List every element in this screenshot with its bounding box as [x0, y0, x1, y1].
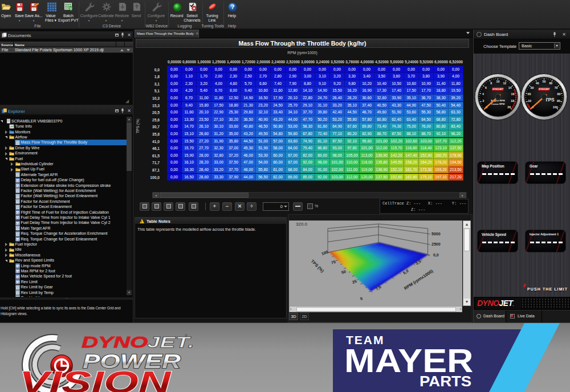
svg-text:80: 80	[557, 92, 561, 96]
svg-text:40: 40	[536, 81, 539, 85]
svg-text:14: 14	[508, 86, 512, 89]
svg-text:10: 10	[496, 80, 500, 83]
svg-text:16: 16	[511, 92, 515, 96]
svg-text:4: 4	[482, 92, 484, 96]
svg-text:®: ®	[185, 334, 188, 338]
svg-text:50: 50	[543, 80, 546, 83]
svg-text:20: 20	[528, 92, 531, 96]
svg-text:8: 8	[490, 81, 492, 85]
svg-text:2500: 2500	[431, 242, 441, 246]
svg-text:20: 20	[507, 105, 511, 109]
svg-text:100: 100	[553, 105, 558, 109]
svg-text:6: 6	[485, 86, 487, 89]
svg-text:DYNOJET: DYNOJET	[492, 88, 503, 91]
svg-text:18: 18	[511, 99, 514, 103]
svg-text:VISION: VISION	[19, 365, 172, 392]
svg-text:DYNOJET: DYNOJET	[539, 88, 549, 91]
svg-text:0,0: 0,0	[433, 253, 439, 258]
svg-text:70: 70	[555, 86, 558, 89]
svg-text:12: 12	[503, 81, 506, 85]
svg-text:60: 60	[549, 81, 552, 85]
svg-text:Comm RPM: Comm RPM	[491, 103, 505, 105]
svg-text:320.0: 320.0	[296, 222, 308, 227]
svg-text:PARTS: PARTS	[420, 373, 471, 390]
svg-text:2: 2	[483, 99, 484, 103]
svg-text:90: 90	[557, 99, 560, 103]
svg-text:30: 30	[531, 86, 534, 89]
svg-text:10: 10	[528, 99, 531, 103]
svg-text:5000: 5000	[431, 232, 441, 236]
svg-text:DYNO: DYNO	[82, 333, 148, 351]
